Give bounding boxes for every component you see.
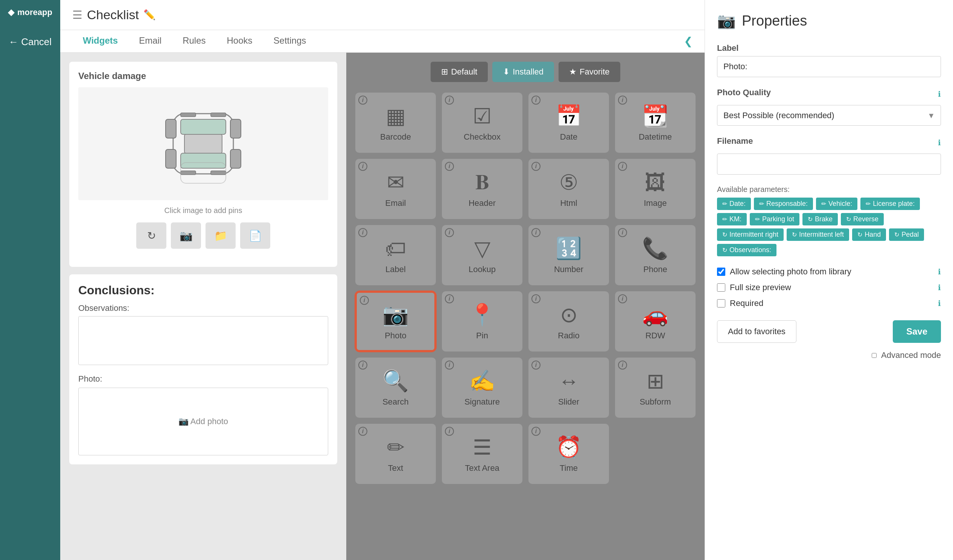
required-checkbox[interactable] [717, 299, 725, 307]
photo-quality-info-icon[interactable]: ℹ [938, 90, 941, 99]
widget-info-icon[interactable]: i [358, 427, 367, 436]
widget-name-subform: Subform [639, 397, 671, 407]
tab-hooks[interactable]: Hooks [216, 29, 263, 54]
widget-info-icon[interactable]: i [618, 360, 627, 369]
edit-icon[interactable]: ✏️ [143, 9, 155, 21]
widget-item-date[interactable]: i 📅 Date [528, 93, 609, 153]
widget-info-icon[interactable]: i [445, 294, 454, 303]
widget-item-header[interactable]: i 𝐁 Header [442, 159, 522, 219]
required-info-icon[interactable]: ℹ [938, 299, 941, 308]
param-tag[interactable]: ↻Brake [802, 213, 838, 225]
widget-item-pin[interactable]: i 📍 Pin [442, 291, 522, 352]
photo-quality-select[interactable]: Best Possible (recommended) High Medium … [717, 105, 941, 126]
label-input[interactable] [717, 56, 941, 77]
widget-info-icon[interactable]: i [618, 228, 627, 237]
widget-info-icon[interactable]: i [445, 96, 454, 105]
widget-icon-textarea: ☰ [473, 435, 492, 459]
widget-info-icon[interactable]: i [618, 96, 627, 105]
widget-item-text[interactable]: i ✏ Text [355, 424, 436, 484]
widget-info-icon[interactable]: i [358, 96, 367, 105]
widget-info-icon[interactable]: i [358, 228, 367, 237]
param-tag[interactable]: ✏Date: [717, 198, 751, 210]
widget-info-icon[interactable]: i [531, 294, 540, 303]
widget-info-icon[interactable]: i [618, 162, 627, 171]
widget-info-icon[interactable]: i [531, 427, 540, 436]
param-tag[interactable]: ↻Observations: [717, 244, 776, 256]
widget-info-icon[interactable]: i [445, 228, 454, 237]
widget-info-icon[interactable]: i [531, 96, 540, 105]
tab-settings[interactable]: Settings [263, 29, 317, 54]
param-tag[interactable]: ↻Reverse [841, 213, 884, 225]
widget-info-icon[interactable]: i [445, 162, 454, 171]
param-tag[interactable]: ✏KM: [717, 213, 747, 225]
camera-button[interactable]: 📷 [171, 222, 201, 249]
param-tag-icon: ↻ [894, 231, 899, 238]
tab-rules[interactable]: Rules [172, 29, 216, 54]
widget-item-email[interactable]: i ✉ Email [355, 159, 436, 219]
param-tag[interactable]: ↻Hand [852, 228, 886, 241]
widget-item-subform[interactable]: i ⊞ Subform [615, 358, 695, 418]
param-tag[interactable]: ✏Parking lot [750, 213, 799, 225]
widget-item-lookup[interactable]: i ▽ Lookup [442, 225, 522, 285]
widget-item-time[interactable]: i ⏰ Time [528, 424, 609, 484]
widget-info-icon[interactable]: i [531, 360, 540, 369]
widget-icon-html: ⑤ [559, 170, 578, 195]
widget-info-icon[interactable]: i [618, 294, 627, 303]
widget-info-icon[interactable]: i [360, 296, 369, 305]
widget-item-datetime[interactable]: i 📆 Datetime [615, 93, 695, 153]
param-tag[interactable]: ✏Vehicle: [816, 198, 857, 210]
widget-item-radio[interactable]: i ⊙ Radio [528, 291, 609, 352]
widget-icon-pin: 📍 [469, 302, 495, 327]
widget-item-slider[interactable]: i ↔ Slider [528, 358, 609, 418]
tab-email[interactable]: Email [128, 29, 172, 54]
widget-item-html[interactable]: i ⑤ Html [528, 159, 609, 219]
favorite-tab-icon: ★ [569, 67, 577, 77]
observations-input[interactable] [78, 316, 328, 365]
widget-info-icon[interactable]: i [531, 228, 540, 237]
add-to-favorites-button[interactable]: Add to favorites [717, 320, 796, 343]
param-tag[interactable]: ✏License plate: [860, 198, 920, 210]
widget-info-icon[interactable]: i [445, 360, 454, 369]
widget-item-textarea[interactable]: i ☰ Text Area [442, 424, 522, 484]
folder-button[interactable]: 📁 [205, 222, 236, 249]
filter-tab-default[interactable]: ⊞ Default [431, 62, 488, 82]
widget-item-label[interactable]: i 🏷 Label [355, 225, 436, 285]
widget-item-number[interactable]: i 🔢 Number [528, 225, 609, 285]
widget-item-rdw[interactable]: i 🚗 RDW [615, 291, 695, 352]
widget-info-icon[interactable]: i [445, 427, 454, 436]
rotate-button[interactable]: ↻ [136, 222, 166, 249]
tab-widgets[interactable]: Widgets [72, 29, 128, 54]
widget-item-search[interactable]: i 🔍 Search [355, 358, 436, 418]
save-button[interactable]: Save [893, 320, 941, 343]
cancel-button[interactable]: ← Cancel [3, 33, 57, 51]
widget-item-photo[interactable]: i 📷 Photo [355, 291, 436, 352]
file-button[interactable]: 📄 [240, 222, 270, 249]
allow-library-info-icon[interactable]: ℹ [938, 267, 941, 276]
advanced-mode-checkbox[interactable] [872, 353, 877, 358]
param-tag[interactable]: ✏Responsable: [754, 198, 813, 210]
widget-item-checkbox[interactable]: i ☑ Checkbox [442, 93, 522, 153]
widget-item-phone[interactable]: i 📞 Phone [615, 225, 695, 285]
filter-tab-installed[interactable]: ⬇ Installed [492, 62, 554, 82]
widget-info-icon[interactable]: i [358, 162, 367, 171]
param-tag[interactable]: ↻Intermittent right [717, 228, 784, 241]
param-tag[interactable]: ↻Pedal [889, 228, 924, 241]
filename-input[interactable] [717, 154, 941, 175]
param-tag[interactable]: ↻Intermittent left [787, 228, 849, 241]
filename-info-icon[interactable]: ℹ [938, 138, 941, 147]
full-size-checkbox[interactable] [717, 283, 725, 292]
widget-icon-radio: ⊙ [560, 302, 578, 327]
widget-item-image[interactable]: i 🖼 Image [615, 159, 695, 219]
filter-tab-favorite[interactable]: ★ Favorite [559, 62, 620, 82]
car-image-container[interactable] [78, 87, 328, 200]
allow-library-checkbox[interactable] [717, 268, 725, 276]
widget-item-barcode[interactable]: i ▦ Barcode [355, 93, 436, 153]
full-size-info-icon[interactable]: ℹ [938, 283, 941, 292]
param-tag-icon: ✏ [866, 200, 871, 207]
widget-info-icon[interactable]: i [358, 360, 367, 369]
widget-icon-label: 🏷 [385, 236, 406, 261]
photo-upload-box[interactable]: 📷 Add photo [78, 388, 328, 455]
widget-info-icon[interactable]: i [531, 162, 540, 171]
nav-back-arrow[interactable]: ❮ [684, 35, 692, 47]
widget-item-signature[interactable]: i ✍ Signature [442, 358, 522, 418]
